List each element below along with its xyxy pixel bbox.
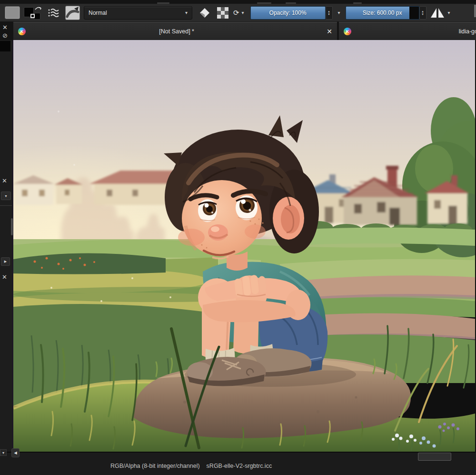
- clipped-toolbar-row: [0, 0, 476, 4]
- clipped-fragment: [157, 2, 169, 4]
- left-dock-icons: ✕ ⊘: [0, 22, 13, 40]
- brush-preset-thumbnail: [66, 6, 80, 20]
- document-tabbar: ✕ ⊘ [Not Saved] * ✕ lidia-go: [0, 22, 476, 40]
- docker-dropdown-button[interactable]: ▼: [1, 192, 11, 200]
- opacity-slider[interactable]: Opacity: 100%: [250, 6, 326, 20]
- spinner-down-icon[interactable]: ▼: [421, 13, 424, 16]
- color-profile-label: sRGB-elle-V2-srgbtrc.icc: [207, 463, 272, 469]
- blocked-icon[interactable]: ⊘: [2, 32, 8, 39]
- eraser-icon: [199, 7, 210, 19]
- krita-icon: [18, 28, 26, 35]
- size-spinner[interactable]: ▲ ▼: [419, 6, 426, 20]
- spinner-down-icon[interactable]: ▼: [327, 13, 330, 16]
- statusbar: ▼ ◀ RGB/Alpha (8-bit integer/channel)sRG…: [0, 452, 476, 475]
- blending-mode-dropdown[interactable]: Normal ▾: [84, 6, 192, 20]
- reload-preset-button[interactable]: ⟳: [233, 9, 239, 17]
- docker-divider: [0, 205, 12, 206]
- krita-icon: [344, 28, 351, 35]
- clipped-fragment: [353, 2, 362, 4]
- clipped-toolbar-item: [474, 5, 476, 17]
- color-mode-label: RGB/Alpha (8-bit integer/channel): [110, 463, 200, 469]
- canvas-artwork: [13, 40, 475, 452]
- canvas-viewport[interactable]: [13, 40, 476, 452]
- mirror-options-arrow[interactable]: ▾: [446, 10, 453, 15]
- statusbar-widget[interactable]: [418, 453, 451, 461]
- opacity-label: Opacity: 100%: [269, 10, 307, 16]
- brush-preset-button[interactable]: [65, 6, 80, 20]
- clipped-fragment: [257, 2, 271, 4]
- gradient-swatch: [5, 6, 20, 19]
- mirror-icon: [429, 7, 446, 19]
- checkerboard-icon: [217, 7, 228, 19]
- docker-corner: [0, 41, 10, 51]
- foreground-background-colors[interactable]: [24, 6, 43, 20]
- clipped-fragment: [286, 2, 296, 4]
- background-color-outline: [30, 14, 35, 18]
- brush-toolbar: Normal ▾ ⟳ ▾ Opacity: 100% ▲: [0, 4, 476, 22]
- chevron-down-icon: ▾: [185, 10, 188, 15]
- wavy-lines-icon: [48, 8, 60, 18]
- tab-not-saved[interactable]: [Not Saved] * ✕: [13, 22, 337, 40]
- mirror-button[interactable]: [429, 7, 446, 19]
- eraser-mode-button[interactable]: [199, 7, 210, 19]
- color-space-info: RGB/Alpha (8-bit integer/channel)sRGB-el…: [110, 463, 272, 469]
- reload-options-arrow[interactable]: ▾: [239, 10, 247, 15]
- pattern-selector-button[interactable]: [5, 6, 20, 19]
- tab-lidia[interactable]: lidia-go: [339, 22, 476, 40]
- tab-title: lidia-go: [356, 28, 476, 35]
- size-label: Size: 600.00 px: [363, 10, 402, 16]
- workspace: ✕ ▼ ▶ ✕: [0, 40, 476, 452]
- scrollbar-handle[interactable]: [11, 218, 13, 235]
- size-slider[interactable]: Size: 600.00 px: [346, 6, 419, 20]
- background-color-swatch: [34, 13, 40, 20]
- blending-mode-value: Normal: [89, 10, 107, 16]
- docker-close-button[interactable]: ✕: [2, 177, 7, 184]
- tab-close-button[interactable]: ✕: [327, 28, 332, 35]
- opacity-options-arrow[interactable]: ▾: [336, 10, 343, 15]
- statusbar-collapse-button[interactable]: ▼: [0, 449, 7, 456]
- statusbar-scroll-left-button[interactable]: ◀: [11, 448, 20, 457]
- left-docker-strip: ✕ ▼ ▶ ✕: [0, 40, 13, 452]
- brush-settings-button[interactable]: [48, 8, 60, 18]
- swap-colors-icon: [34, 5, 43, 12]
- docker-close-button[interactable]: ✕: [2, 273, 7, 281]
- docker-close-icon[interactable]: ✕: [2, 24, 8, 30]
- tab-title: [Not Saved] *: [30, 28, 323, 35]
- preserve-alpha-button[interactable]: [217, 7, 228, 19]
- krita-window: Normal ▾ ⟳ ▾ Opacity: 100% ▲: [0, 0, 476, 475]
- docker-expand-button[interactable]: ▶: [1, 257, 10, 266]
- opacity-spinner[interactable]: ▲ ▼: [326, 6, 333, 20]
